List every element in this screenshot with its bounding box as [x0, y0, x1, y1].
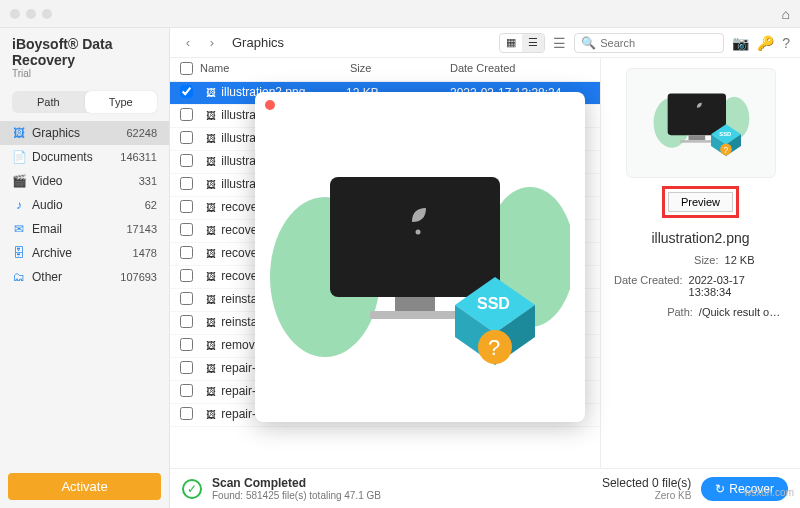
category-count: 331: [139, 175, 157, 187]
category-icon: 📄: [12, 150, 26, 164]
help-icon[interactable]: ?: [782, 35, 790, 51]
svg-rect-15: [370, 311, 460, 319]
sidebar-item-audio[interactable]: ♪Audio62: [0, 193, 169, 217]
category-label: Graphics: [32, 126, 120, 140]
preview-panel: SSD ? Preview illustration2.png Size:12 …: [600, 58, 800, 468]
row-checkbox[interactable]: [180, 384, 193, 397]
row-checkbox[interactable]: [180, 223, 193, 236]
category-label: Archive: [32, 246, 127, 260]
category-count: 17143: [126, 223, 157, 235]
tab-type[interactable]: Type: [85, 91, 158, 113]
file-icon: 🖼: [204, 133, 218, 147]
row-checkbox[interactable]: [180, 154, 193, 167]
popup-image: SSD ?: [270, 127, 570, 387]
monitor-ssd-icon: SSD ?: [651, 81, 751, 164]
row-checkbox[interactable]: [180, 361, 193, 374]
row-checkbox[interactable]: [180, 338, 193, 351]
svg-rect-2: [667, 94, 725, 136]
category-list: 🖼Graphics62248📄Documents146311🎬Video331♪…: [0, 121, 169, 465]
view-toggle[interactable]: ▦ ☰: [499, 33, 545, 53]
breadcrumb: Graphics: [232, 35, 284, 50]
home-icon[interactable]: ⌂: [782, 6, 790, 22]
svg-text:?: ?: [488, 335, 500, 360]
list-view-icon[interactable]: ☰: [522, 34, 544, 52]
category-count: 146311: [120, 151, 157, 163]
sidebar-item-archive[interactable]: 🗄Archive1478: [0, 241, 169, 265]
tab-path[interactable]: Path: [12, 91, 85, 113]
sidebar: iBoysoft® Data Recovery Trial Path Type …: [0, 28, 170, 508]
sidebar-item-documents[interactable]: 📄Documents146311: [0, 145, 169, 169]
category-count: 1478: [133, 247, 157, 259]
sidebar-item-graphics[interactable]: 🖼Graphics62248: [0, 121, 169, 145]
preview-button-highlight: Preview: [662, 186, 739, 218]
svg-rect-3: [688, 135, 705, 140]
file-icon: 🖼: [204, 225, 218, 239]
file-icon: 🖼: [204, 248, 218, 262]
file-icon: 🖼: [204, 202, 218, 216]
preview-button[interactable]: Preview: [668, 192, 733, 212]
key-icon[interactable]: 🔑: [757, 35, 774, 51]
category-icon: ♪: [12, 198, 26, 212]
refresh-icon: ↻: [715, 482, 725, 496]
status-title: Scan Completed: [212, 476, 381, 490]
search-input[interactable]: [600, 37, 717, 49]
category-label: Documents: [32, 150, 114, 164]
row-checkbox[interactable]: [180, 131, 193, 144]
file-icon: 🖼: [204, 409, 218, 423]
row-checkbox[interactable]: [180, 200, 193, 213]
row-checkbox[interactable]: [180, 246, 193, 259]
row-checkbox[interactable]: [180, 407, 193, 420]
file-icon: 🖼: [204, 87, 218, 101]
column-headers: Name Size Date Created: [170, 58, 600, 82]
svg-rect-13: [330, 177, 500, 297]
category-icon: 🗄: [12, 246, 26, 260]
search-icon: 🔍: [581, 36, 596, 50]
row-checkbox[interactable]: [180, 292, 193, 305]
col-name[interactable]: Name: [200, 62, 350, 77]
grid-view-icon[interactable]: ▦: [500, 34, 522, 52]
max-dot[interactable]: [42, 9, 52, 19]
category-icon: 🗂: [12, 270, 26, 284]
sidebar-item-email[interactable]: ✉Email17143: [0, 217, 169, 241]
path-type-segment[interactable]: Path Type: [12, 91, 157, 113]
row-checkbox[interactable]: [180, 108, 193, 121]
forward-button[interactable]: ›: [204, 35, 220, 50]
camera-icon[interactable]: 📷: [732, 35, 749, 51]
close-dot[interactable]: [10, 9, 20, 19]
back-button[interactable]: ‹: [180, 35, 196, 50]
status-detail: Found: 581425 file(s) totaling 47.1 GB: [212, 490, 381, 501]
svg-text:SSD: SSD: [477, 295, 510, 312]
sidebar-item-video[interactable]: 🎬Video331: [0, 169, 169, 193]
app-subtitle: Trial: [12, 68, 157, 79]
window-controls: [10, 9, 52, 19]
selected-count: Selected 0 file(s): [602, 476, 691, 490]
category-label: Other: [32, 270, 114, 284]
category-icon: ✉: [12, 222, 26, 236]
sidebar-item-other[interactable]: 🗂Other107693: [0, 265, 169, 289]
row-checkbox[interactable]: [180, 269, 193, 282]
col-date[interactable]: Date Created: [450, 62, 590, 77]
file-icon: 🖼: [204, 271, 218, 285]
col-size[interactable]: Size: [350, 62, 450, 77]
svg-rect-14: [395, 297, 435, 311]
select-all-checkbox[interactable]: [180, 62, 193, 75]
activate-button[interactable]: Activate: [8, 473, 161, 500]
popup-close-button[interactable]: [265, 100, 275, 110]
svg-text:SSD: SSD: [719, 131, 731, 137]
titlebar: ⌂: [0, 0, 800, 28]
file-icon: 🖼: [204, 294, 218, 308]
preview-thumbnail: SSD ?: [626, 68, 776, 178]
min-dot[interactable]: [26, 9, 36, 19]
file-icon: 🖼: [204, 156, 218, 170]
category-label: Audio: [32, 198, 139, 212]
preview-filename: illustration2.png: [651, 230, 749, 246]
search-box[interactable]: 🔍: [574, 33, 724, 53]
selected-size: Zero KB: [602, 490, 691, 501]
watermark: wsxdn.com: [744, 487, 794, 498]
filter-icon[interactable]: ☰: [553, 35, 566, 51]
row-checkbox[interactable]: [180, 315, 193, 328]
svg-rect-4: [680, 140, 713, 142]
row-checkbox[interactable]: [180, 177, 193, 190]
category-label: Video: [32, 174, 133, 188]
row-checkbox[interactable]: [180, 85, 193, 98]
